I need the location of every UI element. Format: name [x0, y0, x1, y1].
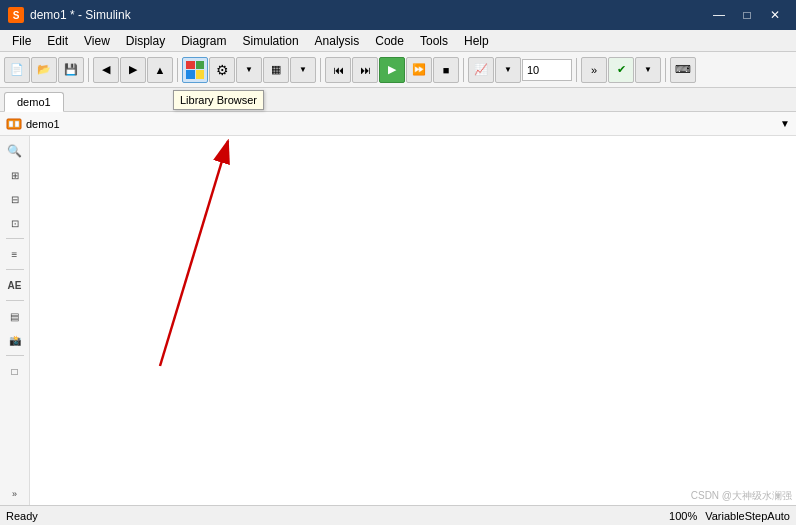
lt-sep4: [6, 355, 24, 356]
scope-dropdown-icon: ▼: [504, 65, 512, 74]
title-bar-left: S demo1 * - Simulink: [8, 7, 131, 23]
close-button[interactable]: ✕: [762, 4, 788, 26]
screenshot-button[interactable]: ▤: [4, 305, 26, 327]
menu-tools[interactable]: Tools: [412, 30, 456, 51]
stop-button[interactable]: ■: [433, 57, 459, 83]
step-forward-icon: ⏭: [360, 64, 371, 76]
model-settings-button[interactable]: ⚙: [209, 57, 235, 83]
menu-edit[interactable]: Edit: [39, 30, 76, 51]
sep6: [665, 58, 666, 82]
check-icon: ✔: [617, 63, 626, 76]
block-button[interactable]: □: [4, 360, 26, 382]
align-icon: ≡: [12, 249, 18, 260]
menu-diagram[interactable]: Diagram: [173, 30, 234, 51]
up-button[interactable]: ▲: [147, 57, 173, 83]
signal-icon: 📸: [9, 335, 21, 346]
zoom-in-icon: 🔍: [7, 144, 22, 158]
menu-analysis[interactable]: Analysis: [307, 30, 368, 51]
sim-time-input[interactable]: [522, 59, 572, 81]
menu-view[interactable]: View: [76, 30, 118, 51]
zoom-region-button[interactable]: ⊞: [4, 164, 26, 186]
screenshot-icon: ▤: [10, 311, 19, 322]
sep1: [88, 58, 89, 82]
block-icon: □: [11, 366, 17, 377]
dropdown-arrow-icon: ▼: [245, 65, 253, 74]
step-back-button[interactable]: ⏮: [325, 57, 351, 83]
more-icon: »: [12, 489, 17, 499]
library-browser-icon: [186, 61, 204, 79]
new-button[interactable]: 📄: [4, 57, 30, 83]
step-forward-button[interactable]: ⏭: [352, 57, 378, 83]
check-button[interactable]: ✔: [608, 57, 634, 83]
canvas-area[interactable]: [30, 136, 796, 505]
svg-line-4: [160, 141, 228, 366]
menu-help[interactable]: Help: [456, 30, 497, 51]
grid-dropdown[interactable]: ▼: [290, 57, 316, 83]
open-button[interactable]: 📂: [31, 57, 57, 83]
keyboard-button[interactable]: ⌨: [670, 57, 696, 83]
back-button[interactable]: ◀: [93, 57, 119, 83]
svg-rect-2: [15, 121, 19, 127]
expand-icon: »: [591, 64, 597, 76]
zoom-out-button[interactable]: ⊟: [4, 188, 26, 210]
annotation-arrow: [30, 136, 796, 505]
app-icon: S: [8, 7, 24, 23]
grid-button[interactable]: ▦: [263, 57, 289, 83]
zoom-region-icon: ⊞: [11, 170, 19, 181]
maximize-button[interactable]: □: [734, 4, 760, 26]
scope-button[interactable]: 📈: [468, 57, 494, 83]
sep5: [576, 58, 577, 82]
menu-file[interactable]: File: [4, 30, 39, 51]
step-back-icon: ⏮: [333, 64, 344, 76]
save-button[interactable]: 💾: [58, 57, 84, 83]
lt-sep2: [6, 269, 24, 270]
window-title: demo1 * - Simulink: [30, 8, 131, 22]
check-dropdown[interactable]: ▼: [635, 57, 661, 83]
status-bar: Ready 100% VariableStepAuto: [0, 505, 796, 525]
status-right: 100% VariableStepAuto: [669, 510, 790, 522]
minimize-button[interactable]: —: [706, 4, 732, 26]
toolbar: 📄 📂 💾 ◀ ▶ ▲ Library Browser: [0, 52, 796, 88]
advance-button[interactable]: ⏩: [406, 57, 432, 83]
model-settings-dropdown[interactable]: ▼: [236, 57, 262, 83]
zoom-in-button[interactable]: 🔍: [4, 140, 26, 162]
menu-display[interactable]: Display: [118, 30, 173, 51]
annotation-icon: AE: [8, 280, 22, 291]
breadcrumb-dropdown-icon[interactable]: ▼: [780, 118, 790, 129]
lt-sep1: [6, 238, 24, 239]
left-toolbar: 🔍 ⊞ ⊟ ⊡ ≡ AE ▤ 📸 □ »: [0, 136, 30, 505]
fit-view-button[interactable]: ⊡: [4, 212, 26, 234]
scope-toolbar-group: 📈 ▼: [468, 57, 521, 83]
open-icon: 📂: [37, 63, 51, 76]
grid-icon: ▦: [271, 63, 281, 76]
signal-button[interactable]: 📸: [4, 329, 26, 351]
right-toolbar-group: » ✔ ▼ ⌨: [581, 57, 696, 83]
expand-button[interactable]: »: [581, 57, 607, 83]
zoom-level: 100%: [669, 510, 697, 522]
align-button[interactable]: ≡: [4, 243, 26, 265]
status-left: Ready: [6, 510, 38, 522]
scope-dropdown[interactable]: ▼: [495, 57, 521, 83]
forward-button[interactable]: ▶: [120, 57, 146, 83]
up-icon: ▲: [155, 64, 166, 76]
breadcrumb-bar: demo1 ▼: [0, 112, 796, 136]
new-icon: 📄: [10, 63, 24, 76]
library-browser-button[interactable]: Library Browser: [182, 57, 208, 83]
run-icon: ▶: [388, 63, 396, 76]
sim-toolbar-group: ⏮ ⏭ ▶ ⏩ ■: [325, 57, 459, 83]
back-icon: ◀: [102, 63, 110, 76]
main-area: 🔍 ⊞ ⊟ ⊡ ≡ AE ▤ 📸 □ »: [0, 136, 796, 505]
save-icon: 💾: [64, 63, 78, 76]
menu-simulation[interactable]: Simulation: [235, 30, 307, 51]
tab-bar: demo1: [0, 88, 796, 112]
solver-info: VariableStepAuto: [705, 510, 790, 522]
grid-dropdown-icon: ▼: [299, 65, 307, 74]
annotation-button[interactable]: AE: [4, 274, 26, 296]
run-button[interactable]: ▶: [379, 57, 405, 83]
nav-toolbar-group: ◀ ▶ ▲: [93, 57, 173, 83]
more-button[interactable]: »: [4, 483, 26, 505]
menu-code[interactable]: Code: [367, 30, 412, 51]
tab-demo1[interactable]: demo1: [4, 92, 64, 112]
lib-toolbar-group: Library Browser ⚙ ▼ ▦ ▼: [182, 57, 316, 83]
watermark: CSDN @大神级水澜强: [691, 489, 792, 503]
